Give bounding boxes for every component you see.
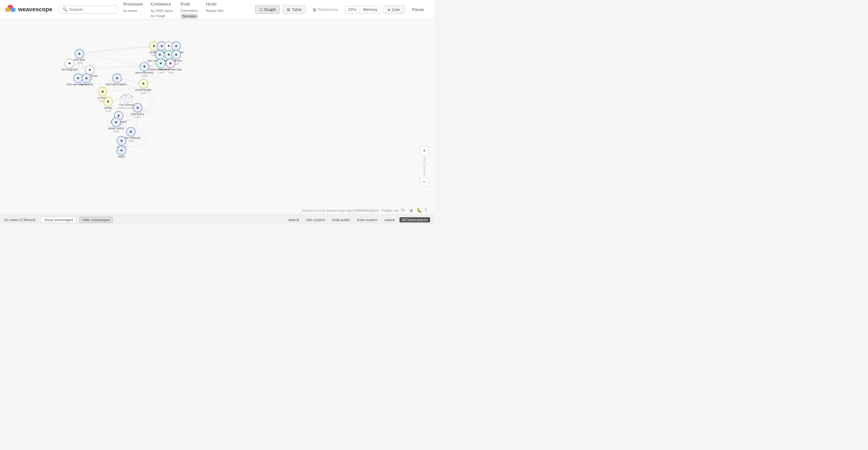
nav-pods[interactable]: Pods [181, 0, 198, 8]
node-dot [159, 54, 161, 56]
node-dot [77, 77, 79, 79]
ns-istio-system[interactable]: istio-system [304, 217, 328, 222]
node-label: ratings [104, 106, 113, 109]
contrast-icon[interactable]: ◑ [409, 207, 414, 213]
node-sublabel: 1 pod [135, 116, 141, 119]
table-label: Table [291, 7, 302, 12]
table-view-button[interactable]: ⊞ Table [283, 5, 306, 14]
nav-processes[interactable]: Processes [123, 0, 143, 8]
node-zipkin[interactable]: zipkin [117, 146, 126, 158]
ns-kube-public[interactable]: kube-public [330, 217, 352, 222]
ns-all-namespaces[interactable]: All Namespaces [399, 217, 430, 222]
node-dot [120, 140, 122, 142]
node-dot [161, 45, 163, 47]
ns-default[interactable]: default [286, 217, 302, 222]
nav-section: Processes by name Containers by DNS name… [123, 0, 255, 19]
nodes-count: 26 nodes (3 filtered) [4, 218, 35, 222]
bottom-bar: 26 nodes (3 filtered) Show unmanaged Hid… [0, 214, 434, 225]
node-label: The Internet [119, 103, 135, 106]
nav-processes-byname[interactable]: by name [123, 8, 143, 13]
refresh-icon[interactable]: ↻ [401, 207, 407, 213]
nav-group-containers: Containers by DNS name by image [151, 0, 173, 18]
nav-containers-byimage[interactable]: by image [151, 13, 173, 18]
node-label: istio-policy [131, 112, 144, 116]
search-box[interactable]: 🔍 [59, 5, 117, 13]
graph-svg: details 1 pod kubernetes 1 pod grafana 1… [0, 20, 434, 225]
node-sublabel: 1 pod [76, 62, 82, 64]
node-dot [153, 45, 155, 47]
nav-pods-services[interactable]: Services [181, 13, 198, 19]
node-sublabel: 1 pod [141, 92, 146, 94]
node-label: istio-galley [80, 83, 94, 86]
nav-group-hosts: Hosts Weave Net [206, 0, 223, 13]
zoom-controls: + − [420, 146, 429, 186]
memory-button[interactable]: Memory [360, 6, 380, 13]
node-dot [143, 83, 144, 85]
ns-kube-system[interactable]: kube-system [354, 217, 380, 222]
hide-unmanaged-button[interactable]: Hide unmanaged [79, 217, 113, 223]
node-dot [168, 45, 170, 47]
graph-view-button[interactable]: ⬡ Graph [255, 5, 280, 14]
bug-icon[interactable]: 🐛 [416, 207, 423, 213]
node-sublabel: 1 pod [128, 140, 134, 142]
nav-containers[interactable]: Containers [151, 0, 173, 8]
status-icons: ↻ ◑ 🐛 ? [401, 207, 430, 213]
nodes-layer[interactable]: details 1 pod kubernetes 1 pod grafana 1… [61, 42, 183, 158]
logo[interactable]: weavescope [5, 4, 52, 15]
main-canvas[interactable]: details 1 pod kubernetes 1 pod grafana 1… [0, 20, 434, 225]
logo-icon [5, 4, 16, 15]
cloud-base [120, 98, 133, 103]
resources-view-button[interactable]: ▦ Resources [308, 5, 342, 14]
help-icon[interactable]: ? [424, 207, 430, 213]
node-dot [107, 101, 109, 103]
node-dot [68, 62, 70, 64]
cpu-button[interactable]: CPU [345, 6, 360, 13]
resources-label: Resources [318, 7, 338, 12]
node-dot [160, 62, 162, 64]
node-label: istio-ingressgate... [105, 83, 129, 86]
node-ratings[interactable]: ratings 1 pod [104, 97, 113, 112]
zoom-slider-thumb[interactable] [423, 163, 426, 167]
node-sublabel: 1 pod [113, 130, 119, 133]
node-dot [79, 53, 81, 55]
node-dot [102, 91, 104, 93]
node-dot [144, 66, 145, 67]
node-label: istio-telemetry [135, 71, 153, 74]
node-label: servicegraph [61, 68, 78, 71]
node-dot [86, 77, 88, 79]
nav-hosts[interactable]: Hosts [206, 0, 223, 8]
zoom-in-button[interactable]: + [420, 146, 429, 155]
live-label: Live [392, 7, 400, 12]
right-controls: ⬡ Graph ⊞ Table ▦ Resources CPU Memory ▶… [255, 5, 429, 14]
version-bar: Version 1.9.1 on weave-scope-app-545ffb9… [302, 207, 430, 213]
node-dot [136, 107, 138, 109]
resources-icon: ▦ [313, 7, 316, 12]
namespace-tags: default istio-system kube-public kube-sy… [286, 217, 430, 222]
node-sublabel: 1 pod [105, 110, 111, 112]
show-unmanaged-button[interactable]: Show unmanaged [41, 217, 76, 223]
zoom-slider[interactable] [424, 157, 425, 176]
node-productpage[interactable]: productpage 1 pod [135, 79, 151, 94]
search-input[interactable] [69, 7, 113, 12]
nav-group-processes: Processes by name [123, 0, 143, 13]
node-sublabel: 1 pod [158, 71, 164, 74]
node-dot [169, 62, 172, 64]
plugins-text: Plugins: n/a [382, 209, 399, 213]
graph-label: Graph [264, 7, 276, 12]
node-dot [89, 69, 91, 71]
nav-hosts-sub: Weave Net [206, 8, 223, 13]
live-button[interactable]: ▶ Live [383, 5, 405, 14]
zoom-out-button[interactable]: − [420, 177, 429, 186]
nav-hosts-weavenet[interactable]: Weave Net [206, 8, 223, 13]
node-istio-pilot[interactable]: istio-pilot 1 pod [73, 50, 85, 65]
pause-button[interactable]: Pause [407, 5, 429, 14]
node-dot [120, 150, 122, 151]
ns-weave[interactable]: weave [382, 217, 398, 222]
nav-pods-controllers[interactable]: Controllers [181, 8, 198, 13]
node-label: productpage [135, 88, 151, 91]
node-dot [115, 121, 117, 123]
graph-icon: ⬡ [259, 7, 263, 12]
nav-containers-bydns[interactable]: by DNS name [151, 8, 173, 13]
nav-pods-sub: Controllers Services [181, 8, 198, 19]
nav-processes-sub: by name [123, 8, 143, 13]
